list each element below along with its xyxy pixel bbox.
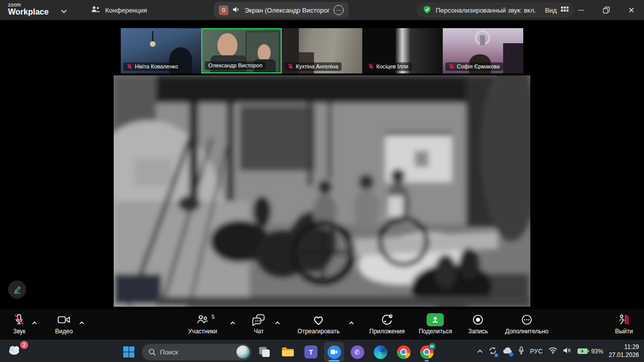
clock-date: 27.01.2026 xyxy=(609,351,639,359)
battery-icon xyxy=(577,348,589,354)
participant-name: Нікіта Коваленко xyxy=(135,63,178,69)
volume-icon[interactable] xyxy=(563,347,572,355)
chevron-down-icon[interactable] xyxy=(60,7,67,16)
video-content xyxy=(503,43,523,73)
sync-icon[interactable] xyxy=(489,346,497,356)
share-label: Поделиться xyxy=(419,328,452,335)
video-content xyxy=(152,31,153,42)
onedrive-icon[interactable] xyxy=(503,347,513,355)
record-button[interactable]: Запись xyxy=(468,313,488,335)
video-label: Видео xyxy=(55,328,73,335)
participant-tile-3[interactable]: Кухтіна Ангеліна xyxy=(282,28,362,73)
tab-meeting[interactable]: Конференция xyxy=(87,0,151,20)
maximize-button[interactable] xyxy=(598,2,615,19)
audio-button[interactable]: Звук xyxy=(13,313,26,335)
audio-options-chevron[interactable] xyxy=(32,318,37,327)
react-options-chevron[interactable] xyxy=(349,318,354,327)
screen-tab-badge: 0 xyxy=(219,6,228,15)
close-button[interactable]: ✕ xyxy=(623,2,640,19)
participants-label: Участники xyxy=(188,328,217,335)
minimize-button[interactable]: — xyxy=(573,2,590,19)
participant-tile-5[interactable]: Софія Єрмакова xyxy=(443,28,523,73)
leave-button[interactable]: Выйти xyxy=(615,313,633,335)
search-highlight-image[interactable] xyxy=(236,345,250,358)
mic-tray-icon[interactable] xyxy=(518,346,524,356)
shield-check-icon xyxy=(423,5,432,16)
heart-icon xyxy=(312,313,325,327)
chat-label: Чат xyxy=(254,328,264,335)
system-tray: РУС 93% 11:29 27.01.2026 xyxy=(477,340,639,362)
camera-icon xyxy=(57,313,70,327)
video-content xyxy=(150,41,155,47)
view-grid-icon xyxy=(561,6,569,14)
record-label: Запись xyxy=(468,328,488,335)
start-button[interactable] xyxy=(119,342,139,362)
folder-icon xyxy=(281,346,295,357)
logo-zoom-text: zoom xyxy=(8,3,49,8)
video-options-chevron[interactable] xyxy=(79,318,85,327)
chat-button[interactable]: Чат xyxy=(252,313,266,335)
participant-nametag: Нікіта Коваленко xyxy=(123,62,182,71)
annotate-button[interactable] xyxy=(8,281,26,299)
screen-tab-more-icon[interactable]: ⋯ xyxy=(334,5,344,15)
pencil-icon xyxy=(12,285,22,295)
edge-icon xyxy=(374,345,387,359)
taskbar-search[interactable]: Поиск xyxy=(142,344,252,360)
language-indicator[interactable]: РУС xyxy=(530,348,543,355)
participant-nametag: Косіцев Ілля xyxy=(365,62,412,71)
battery-indicator[interactable]: 93% xyxy=(577,348,603,355)
more-icon xyxy=(521,313,533,327)
record-icon xyxy=(472,313,484,327)
chrome-button[interactable] xyxy=(393,342,414,362)
task-view-button[interactable] xyxy=(255,342,275,362)
participants-options-chevron[interactable] xyxy=(230,318,235,327)
wifi-icon[interactable] xyxy=(548,347,557,355)
zoom-app-button[interactable] xyxy=(324,342,344,362)
teams-button[interactable]: T xyxy=(301,342,321,362)
file-explorer-button[interactable] xyxy=(278,342,298,362)
participants-button[interactable]: 5 Участники xyxy=(188,313,217,335)
zoom-workplace-window: zoom Workplace Конференция 0 Экран (Олек… xyxy=(0,0,644,362)
search-placeholder: Поиск xyxy=(160,348,178,356)
chrome-profile-badge: H xyxy=(429,343,436,350)
tab-screen-label: Экран (Олександр Висторог xyxy=(245,7,330,14)
participant-nametag: Софія Єрмакова xyxy=(445,62,503,71)
participant-nametag: Олександр Вистороп xyxy=(205,61,266,70)
share-button[interactable]: Поделиться xyxy=(419,313,452,335)
chat-options-chevron[interactable] xyxy=(275,318,280,327)
more-button[interactable]: Дополнительно xyxy=(505,313,548,335)
apps-button[interactable]: Приложения xyxy=(369,313,405,335)
clock-time: 11:29 xyxy=(609,343,639,351)
participant-tile-2-active-speaker[interactable]: Олександр Вистороп xyxy=(201,28,282,73)
participant-name: Олександр Вистороп xyxy=(208,62,262,68)
video-button[interactable]: Видео xyxy=(55,313,73,335)
react-button[interactable]: Отреагировать xyxy=(297,313,340,335)
chrome-profile-button[interactable]: H xyxy=(417,342,437,362)
title-bar: zoom Workplace Конференция 0 Экран (Олек… xyxy=(0,0,644,20)
mic-muted-icon xyxy=(449,63,454,69)
view-label[interactable]: Вид xyxy=(545,7,557,14)
participant-tile-1[interactable]: Нікіта Коваленко xyxy=(121,28,201,73)
apps-label: Приложения xyxy=(369,328,405,335)
edge-button[interactable] xyxy=(370,342,390,362)
mic-muted-icon xyxy=(13,313,25,327)
windows-taskbar: 2 Поиск T xyxy=(0,339,644,362)
mic-muted-icon xyxy=(368,63,374,69)
participants-count: 5 xyxy=(212,314,215,320)
video-content xyxy=(217,33,237,57)
participant-nametag: Кухтіна Ангеліна xyxy=(284,62,342,71)
participant-tile-4[interactable]: Косіцев Ілля xyxy=(362,28,443,73)
widgets-button[interactable]: 2 xyxy=(7,343,27,360)
video-content xyxy=(480,35,485,45)
hidden-icons-chevron[interactable] xyxy=(477,348,483,355)
personalized-audio-status[interactable]: Персонализированный звук: вкл. Вид xyxy=(417,3,575,18)
taskbar-clock[interactable]: 11:29 27.01.2026 xyxy=(609,343,639,359)
speaker-icon xyxy=(232,6,240,15)
tab-screen-share[interactable]: 0 Экран (Олександр Висторог ⋯ xyxy=(214,2,349,18)
participants-icon: 5 xyxy=(196,313,209,327)
shared-screen-video[interactable] xyxy=(114,75,530,307)
people-icon xyxy=(91,6,101,15)
audio-status-label: Персонализированный звук: вкл. xyxy=(436,7,536,14)
viber-button[interactable]: ✆ xyxy=(347,342,367,362)
participant-name: Кухтіна Ангеліна xyxy=(296,63,338,69)
